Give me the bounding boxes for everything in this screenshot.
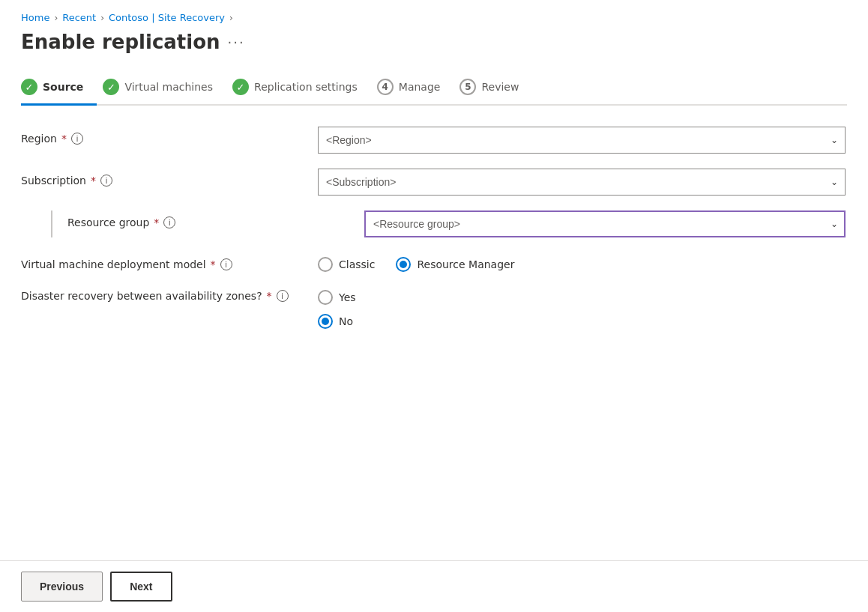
availability-zones-yes-radio [318,290,333,305]
breadcrumb: Home › Recent › Contoso | Site Recovery … [21,12,847,23]
step-source[interactable]: Source [21,71,97,104]
step-source-circle [21,79,37,95]
breadcrumb-contoso[interactable]: Contoso | Site Recovery [109,12,225,23]
deployment-model-rm-label: Resource Manager [417,258,514,270]
rg-label-col: Resource group * i [67,210,352,228]
region-select-wrapper: <Region> ⌄ [318,127,846,154]
subscription-select[interactable]: <Subscription> [318,169,846,196]
page-title: Enable replication [21,31,220,53]
availability-zones-control: Yes No [318,287,846,329]
rg-label: Resource group [67,216,149,228]
availability-zones-radio-group: Yes No [318,287,846,329]
resource-group-indent-wrapper: Resource group * i <Resource group> ⌄ [21,210,846,237]
breadcrumb-sep-2: › [100,13,104,23]
region-required: * [61,133,67,145]
form-section: Region * i <Region> ⌄ Subscription * i [21,127,846,329]
availability-zones-no-radio-inner [322,318,329,325]
subscription-control: <Subscription> ⌄ [318,169,846,196]
rg-control: <Resource group> ⌄ [364,210,846,237]
region-info-icon[interactable]: i [71,133,83,145]
step-manage-circle: 4 [377,79,394,95]
deployment-model-classic-label: Classic [339,258,375,270]
step-rep-circle [232,79,249,95]
subscription-label: Subscription [21,175,86,187]
region-row: Region * i <Region> ⌄ [21,127,846,154]
footer-bar: Previous Next [0,560,868,612]
rg-select[interactable]: <Resource group> [364,210,846,237]
rg-info-icon[interactable]: i [163,216,175,228]
step-rep-label: Replication settings [254,81,358,93]
region-label: Region [21,133,57,145]
deployment-model-rm-option[interactable]: Resource Manager [396,257,514,272]
deployment-model-classic-option[interactable]: Classic [318,257,375,272]
breadcrumb-recent[interactable]: Recent [62,12,96,23]
rg-required: * [154,216,159,228]
step-vm-label: Virtual machines [124,81,213,93]
subscription-row: Subscription * i <Subscription> ⌄ [21,169,846,196]
deployment-model-classic-radio [318,257,333,272]
next-button[interactable]: Next [110,572,172,602]
deployment-model-row: Virtual machine deployment model * i Cla… [21,252,846,272]
step-source-label: Source [43,81,83,93]
subscription-select-wrapper: <Subscription> ⌄ [318,169,846,196]
subscription-required: * [91,175,96,187]
more-options-icon[interactable]: ··· [228,34,245,50]
breadcrumb-home[interactable]: Home [21,12,49,23]
step-review[interactable]: 5 Review [459,71,532,104]
step-review-circle: 5 [459,79,476,95]
deployment-model-radio-group: Classic Resource Manager [318,252,846,272]
availability-zones-label: Disaster recovery between availability z… [21,290,262,302]
deployment-model-rm-radio [396,257,411,272]
availability-zones-row: Disaster recovery between availability z… [21,287,846,329]
deployment-model-label: Virtual machine deployment model [21,258,206,270]
availability-zones-yes-option[interactable]: Yes [318,290,846,305]
breadcrumb-sep-1: › [54,13,58,23]
step-vm-circle [103,79,119,95]
subscription-info-icon[interactable]: i [100,175,112,187]
availability-zones-no-radio [318,314,333,329]
region-label-col: Region * i [21,127,306,145]
availability-zones-label-col: Disaster recovery between availability z… [21,287,306,302]
step-virtual-machines[interactable]: Virtual machines [103,71,226,104]
step-manage[interactable]: 4 Manage [377,71,454,104]
availability-zones-info-icon[interactable]: i [277,290,289,302]
availability-zones-required: * [267,290,272,302]
deployment-model-rm-radio-inner [400,261,407,268]
step-manage-label: Manage [399,81,441,93]
resource-group-content: Resource group * i <Resource group> ⌄ [52,210,846,237]
region-select[interactable]: <Region> [318,127,846,154]
step-replication-settings[interactable]: Replication settings [232,71,371,104]
availability-zones-yes-label: Yes [339,291,356,303]
rg-select-wrapper: <Resource group> ⌄ [364,210,846,237]
breadcrumb-sep-3: › [229,13,233,23]
deployment-model-control: Classic Resource Manager [318,252,846,272]
availability-zones-no-label: No [339,315,353,327]
deployment-model-label-col: Virtual machine deployment model * i [21,252,306,270]
previous-button[interactable]: Previous [21,572,103,602]
deployment-model-required: * [211,258,216,270]
deployment-model-info-icon[interactable]: i [220,258,232,270]
region-control: <Region> ⌄ [318,127,846,154]
step-review-label: Review [481,81,519,93]
availability-zones-no-option[interactable]: No [318,314,846,329]
steps-nav: Source Virtual machines Replication sett… [21,71,847,106]
subscription-label-col: Subscription * i [21,169,306,187]
page-title-row: Enable replication ··· [21,31,847,53]
